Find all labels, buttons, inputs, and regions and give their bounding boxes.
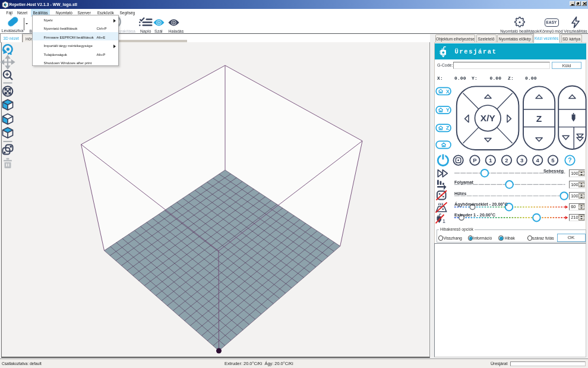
svg-text:2: 2 — [505, 157, 508, 163]
svg-text:X: X — [446, 89, 450, 95]
svg-text:?: ? — [568, 156, 571, 163]
svg-text:1: 1 — [489, 157, 492, 163]
svg-text:1: 1 — [442, 218, 445, 224]
svg-text:4: 4 — [536, 157, 540, 163]
svg-text:3: 3 — [520, 157, 523, 163]
svg-text:5: 5 — [551, 157, 555, 163]
svg-text:Z: Z — [536, 114, 542, 124]
svg-text:P: P — [473, 157, 477, 163]
svg-text:X/Y: X/Y — [480, 113, 496, 123]
svg-text:Z: Z — [446, 125, 449, 131]
svg-text:Y: Y — [446, 107, 450, 113]
